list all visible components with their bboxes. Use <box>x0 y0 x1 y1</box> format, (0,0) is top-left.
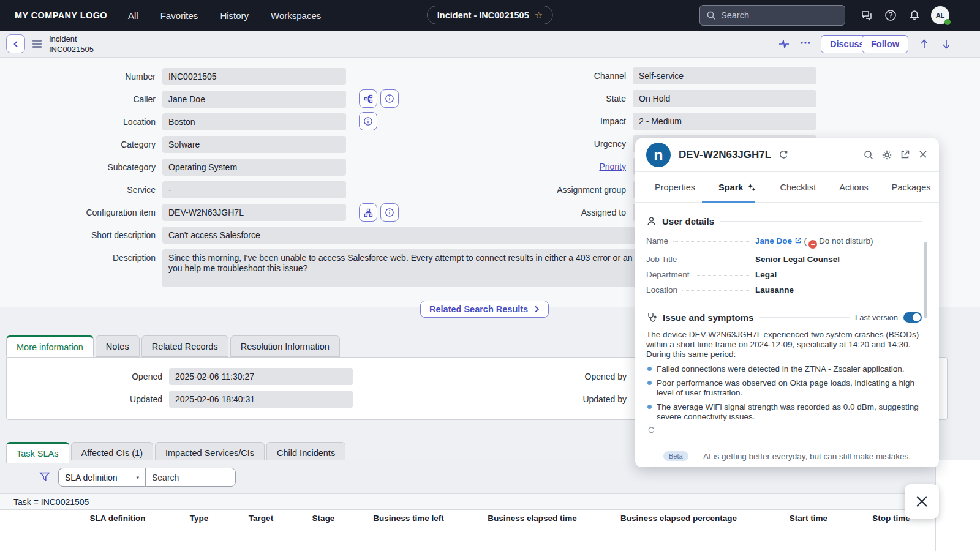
issue-bullet-text: The average WiFi signal strength was rec… <box>657 402 922 422</box>
sla-table-header-row: SLA definition Type Target Stage Busines… <box>0 510 935 528</box>
col-business-time-left[interactable]: Business time left <box>373 514 444 523</box>
priority-link[interactable]: Priority <box>599 162 626 171</box>
chevron-down-icon: ▾ <box>136 474 139 481</box>
form-row: Opened by <box>7 368 633 385</box>
issue-bullet-text: Poor performance was observed on Okta pa… <box>657 378 922 398</box>
state-label: State <box>0 90 633 107</box>
back-button[interactable] <box>6 34 25 53</box>
dotted-leader <box>682 290 750 291</box>
follow-button[interactable]: Follow <box>862 35 908 53</box>
tab-related-records[interactable]: Related Records <box>141 335 228 357</box>
nav-item-all[interactable]: All <box>128 10 138 21</box>
tab-notes[interactable]: Notes <box>96 335 140 357</box>
panel-header: n DEV-W2N63JGH7L <box>635 138 939 172</box>
col-business-elapsed-time[interactable]: Business elapsed time <box>488 514 577 523</box>
widget-close-button[interactable] <box>905 484 939 519</box>
panel-location-label: Location <box>646 285 677 294</box>
panel-close-icon[interactable] <box>918 149 929 160</box>
user-name-link[interactable]: Jane Doe <box>755 236 792 246</box>
search-icon <box>706 10 716 20</box>
nav-item-history[interactable]: History <box>220 10 249 21</box>
context-record-label: Incident - INC0021505 <box>437 10 529 20</box>
panel-search-icon[interactable] <box>863 149 874 160</box>
issue-heading: Issue and symptoms <box>663 312 753 323</box>
activity-pulse-icon[interactable] <box>778 38 790 50</box>
panel-content: User details Name Jane Doe (Do not distu… <box>635 203 939 434</box>
person-icon <box>646 216 657 227</box>
panel-tab-properties[interactable]: Properties <box>655 182 695 192</box>
last-version-label: Last version <box>855 313 898 322</box>
user-avatar[interactable]: AL <box>931 6 949 24</box>
col-start-time[interactable]: Start time <box>790 514 827 523</box>
col-stage[interactable]: Stage <box>312 514 335 523</box>
next-record-icon[interactable] <box>940 38 952 50</box>
assignment-group-label: Assignment group <box>0 181 633 198</box>
filter-funnel-icon[interactable] <box>39 471 50 482</box>
related-search-results-button[interactable]: Related Search Results <box>420 301 549 318</box>
urgency-label: Urgency <box>0 135 633 152</box>
nav-item-workspaces[interactable]: Workspaces <box>271 10 321 21</box>
last-version-toggle[interactable] <box>903 312 922 323</box>
tab-resolution-information[interactable]: Resolution Information <box>230 335 340 357</box>
issue-bullet: Poor performance was observed on Okta pa… <box>647 378 922 398</box>
global-search-box[interactable] <box>699 5 845 26</box>
sla-search-input[interactable] <box>145 468 236 487</box>
sla-field-dropdown-value: SLA definition <box>65 473 118 482</box>
tab-task-slas[interactable]: Task SLAs <box>6 442 69 463</box>
do-not-disturb-icon <box>809 240 817 249</box>
col-sla-definition[interactable]: SLA definition <box>90 514 146 523</box>
panel-tab-packages[interactable]: Packages <box>892 182 931 192</box>
panel-location-value: Lausanne <box>755 285 922 294</box>
channel-label: Channel <box>0 67 633 84</box>
form-row: State On Hold <box>0 90 816 107</box>
panel-tab-checklist[interactable]: Checklist <box>780 182 816 192</box>
job-title-value: Senior Legal Counsel <box>755 255 922 264</box>
record-menu-icon[interactable] <box>32 40 42 48</box>
tab-more-information[interactable]: More information <box>6 335 94 357</box>
notifications-bell-icon[interactable] <box>908 9 921 22</box>
state-field[interactable]: On Hold <box>633 90 816 107</box>
record-type-label: Incident <box>49 34 94 44</box>
impact-field[interactable]: 2 - Medium <box>633 113 816 130</box>
department-value: Legal <box>755 270 922 279</box>
help-icon[interactable] <box>884 9 897 22</box>
bullet-dot-icon <box>647 367 652 371</box>
col-target[interactable]: Target <box>249 514 273 523</box>
col-stop-time[interactable]: Stop time <box>872 514 910 523</box>
panel-tab-spark-label: Spark <box>718 182 743 192</box>
previous-record-icon[interactable] <box>918 38 930 50</box>
refresh-icon[interactable] <box>778 149 790 160</box>
external-link-icon[interactable] <box>794 237 802 244</box>
dnd-paren: ( <box>804 236 807 246</box>
panel-settings-gear-icon[interactable] <box>881 149 892 160</box>
sla-breadcrumb-condition[interactable]: Task = INC0021505 <box>0 494 935 510</box>
top-nav-menu: All Favorites History Workspaces <box>128 10 321 21</box>
col-type[interactable]: Type <box>190 514 209 523</box>
feedback-chat-icon[interactable] <box>860 9 873 22</box>
presence-indicator <box>944 19 951 25</box>
col-business-elapsed-percentage[interactable]: Business elapsed percentage <box>620 514 737 523</box>
nav-item-favorites[interactable]: Favorites <box>160 10 198 21</box>
opened-by-label: Opened by <box>7 368 633 385</box>
top-nav-bar: MY COMPANY LOGO All Favorites History Wo… <box>0 0 980 31</box>
assigned-to-label: Assigned to <box>0 204 633 221</box>
company-logo[interactable]: MY COMPANY LOGO <box>15 10 107 20</box>
sla-search-combo: SLA definition ▾ <box>58 468 236 487</box>
global-search-input[interactable] <box>721 10 825 20</box>
device-title: DEV-W2N63JGH7L <box>679 149 771 161</box>
panel-tab-actions[interactable]: Actions <box>839 182 869 192</box>
dotted-leader <box>673 241 750 242</box>
user-detail-row: Location Lausanne <box>646 285 922 294</box>
favorite-star-icon[interactable]: ☆ <box>535 10 543 21</box>
panel-scrollbar[interactable] <box>924 242 927 318</box>
open-external-icon[interactable] <box>900 149 911 160</box>
sla-field-dropdown[interactable]: SLA definition ▾ <box>58 468 145 487</box>
regenerate-icon[interactable] <box>647 426 655 434</box>
dnd-label: Do not disturb) <box>819 236 873 246</box>
more-options-icon[interactable] <box>799 36 811 48</box>
form-row: Impact 2 - Medium <box>0 113 816 130</box>
beta-disclaimer: — AI is getting better everyday, but can… <box>693 452 911 461</box>
context-record-pill[interactable]: Incident - INC0021505 ☆ <box>427 6 553 24</box>
panel-tab-spark[interactable]: Spark <box>718 182 756 192</box>
channel-field[interactable]: Self-service <box>633 67 816 84</box>
